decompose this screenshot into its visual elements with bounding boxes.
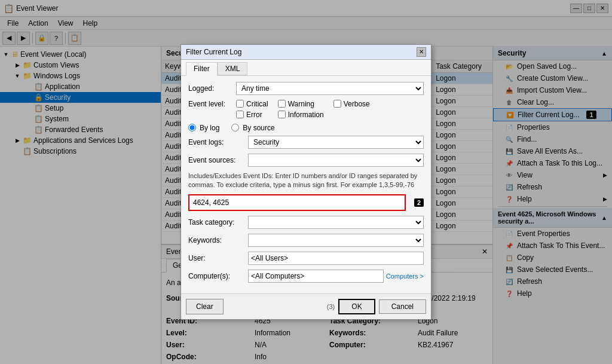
- task-row: Task category:: [188, 216, 424, 229]
- event-level-label: Event level:: [188, 100, 236, 108]
- event-source-select[interactable]: [248, 154, 424, 167]
- cb-critical[interactable]: Critical: [236, 100, 268, 108]
- modal-body: Logged: Any time Event level: Critical W…: [181, 76, 431, 294]
- event-source-label: Event sources:: [188, 156, 248, 164]
- cb-error-input[interactable]: [236, 111, 244, 118]
- modal-buttons: Clear (3) OK Cancel: [181, 293, 431, 319]
- ok-badge-label: (3): [327, 303, 335, 310]
- event-logs-row: Event logs: Security: [188, 136, 424, 149]
- radio-bysource-label: By source: [243, 124, 274, 132]
- radio-bylog[interactable]: By log: [188, 124, 219, 132]
- cb-critical-label: Critical: [246, 100, 268, 108]
- event-id-row: 2: [188, 194, 424, 211]
- includes-text: Includes/Excludes Event IDs: Enter ID nu…: [188, 172, 424, 190]
- radio-row: By log By source: [188, 124, 424, 132]
- event-logs-label: Event logs:: [188, 138, 248, 146]
- modal-tab-xml[interactable]: XML: [218, 62, 248, 75]
- modal-close-btn[interactable]: ✕: [417, 47, 426, 57]
- user-row: User:: [188, 252, 424, 265]
- logged-row: Logged: Any time: [188, 82, 424, 95]
- task-label: Task category:: [188, 218, 248, 227]
- radio-bysource-input[interactable]: [231, 124, 239, 131]
- cb-critical-input[interactable]: [236, 100, 244, 108]
- cb-error-label: Error: [246, 111, 262, 119]
- event-source-row: Event sources:: [188, 154, 424, 167]
- cb-verbose[interactable]: Verbose: [333, 100, 370, 108]
- cancel-btn[interactable]: Cancel: [379, 299, 426, 314]
- logged-select[interactable]: Any time: [236, 82, 424, 95]
- filter-modal: Filter Current Log ✕ Filter XML Logged: …: [180, 44, 432, 320]
- cb-information-input[interactable]: [278, 111, 286, 118]
- modal-tabs: Filter XML: [181, 60, 431, 76]
- modal-overlay: Filter Current Log ✕ Filter XML Logged: …: [0, 0, 612, 364]
- clear-btn[interactable]: Clear: [186, 299, 224, 314]
- computer-row: Computer(s): Computers >: [188, 270, 424, 283]
- cb-verbose-label: Verbose: [344, 100, 370, 108]
- computers-hint: Computers >: [386, 273, 424, 280]
- radio-bylog-input[interactable]: [188, 124, 196, 131]
- event-level-row: Event level: Critical Warning Verbose: [188, 100, 424, 119]
- modal-title: Filter Current Log: [186, 48, 241, 56]
- cb-warning-label: Warning: [288, 100, 314, 108]
- ok-btn[interactable]: OK: [338, 299, 375, 314]
- event-logs-select[interactable]: Security: [248, 136, 424, 149]
- cb-verbose-input[interactable]: [333, 100, 341, 108]
- checkbox-group: Critical Warning Verbose Error: [236, 100, 370, 119]
- logged-label: Logged:: [188, 84, 236, 93]
- user-input[interactable]: [248, 252, 424, 265]
- keywords-row: Keywords:: [188, 234, 424, 247]
- radio-bysource[interactable]: By source: [231, 124, 274, 132]
- event-id-badge: 2: [414, 198, 424, 207]
- event-id-input[interactable]: [188, 194, 406, 211]
- cb-error[interactable]: Error: [236, 111, 268, 119]
- modal-tab-filter[interactable]: Filter: [186, 62, 218, 76]
- computer-label: Computer(s):: [188, 272, 248, 280]
- keywords-select[interactable]: [248, 234, 424, 247]
- user-label: User:: [188, 254, 248, 262]
- modal-title-bar: Filter Current Log ✕: [181, 45, 431, 60]
- computer-input[interactable]: [248, 270, 384, 283]
- radio-bylog-label: By log: [200, 124, 219, 132]
- keywords-label: Keywords:: [188, 236, 248, 244]
- cb-warning-input[interactable]: [278, 100, 286, 108]
- cb-information-label: Information: [288, 111, 324, 119]
- task-select[interactable]: [248, 216, 424, 229]
- cb-information[interactable]: Information: [278, 111, 324, 119]
- cb-warning[interactable]: Warning: [278, 100, 324, 108]
